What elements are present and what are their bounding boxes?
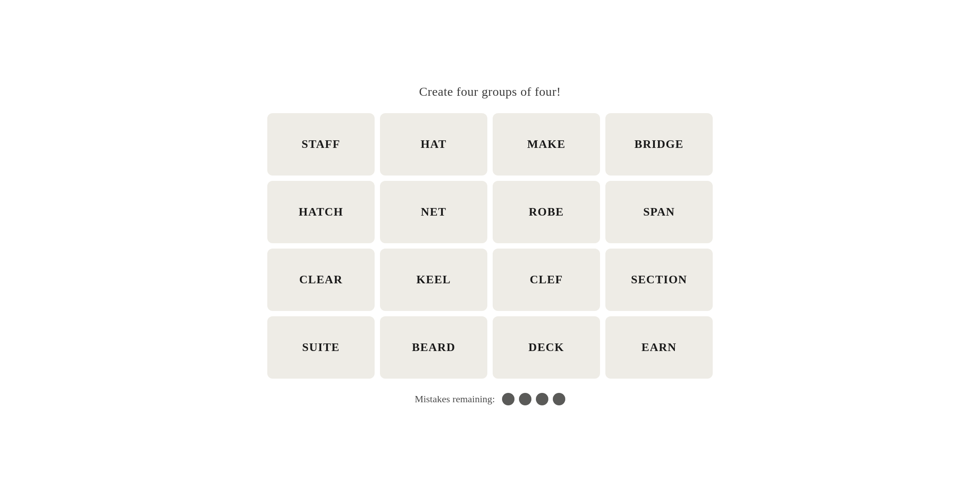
mistake-dot-4 <box>553 393 565 405</box>
tile-hat[interactable]: HAT <box>380 113 487 176</box>
tile-clef[interactable]: CLEF <box>493 249 600 311</box>
tile-label-keel: KEEL <box>416 273 451 286</box>
mistakes-label: Mistakes remaining: <box>415 393 495 405</box>
tile-robe[interactable]: ROBE <box>493 181 600 243</box>
tile-label-make: MAKE <box>527 138 565 151</box>
tile-label-earn: EARN <box>641 341 677 354</box>
tile-label-hat: HAT <box>421 138 446 151</box>
tile-keel[interactable]: KEEL <box>380 249 487 311</box>
tile-suite[interactable]: SUITE <box>267 316 375 379</box>
tile-label-clear: CLEAR <box>299 273 343 286</box>
tile-staff[interactable]: STAFF <box>267 113 375 176</box>
tile-label-suite: SUITE <box>302 341 340 354</box>
tile-label-clef: CLEF <box>530 273 563 286</box>
tile-net[interactable]: NET <box>380 181 487 243</box>
tile-earn[interactable]: EARN <box>605 316 713 379</box>
mistakes-row: Mistakes remaining: <box>415 393 565 405</box>
tile-bridge[interactable]: BRIDGE <box>605 113 713 176</box>
tile-clear[interactable]: CLEAR <box>267 249 375 311</box>
tile-label-deck: DECK <box>528 341 564 354</box>
tile-label-robe: ROBE <box>529 205 564 219</box>
game-container: Create four groups of four! STAFFHATMAKE… <box>267 85 713 405</box>
tile-grid: STAFFHATMAKEBRIDGEHATCHNETROBESPANCLEARK… <box>267 113 713 379</box>
tile-deck[interactable]: DECK <box>493 316 600 379</box>
tile-label-net: NET <box>421 205 446 219</box>
tile-beard[interactable]: BEARD <box>380 316 487 379</box>
mistake-dot-2 <box>519 393 531 405</box>
tile-label-span: SPAN <box>643 205 675 219</box>
tile-label-beard: BEARD <box>412 341 456 354</box>
mistake-dot-1 <box>502 393 514 405</box>
tile-section[interactable]: SECTION <box>605 249 713 311</box>
tile-label-section: SECTION <box>631 273 687 286</box>
tile-label-hatch: HATCH <box>299 205 343 219</box>
game-subtitle: Create four groups of four! <box>419 85 561 99</box>
mistakes-dots <box>502 393 565 405</box>
tile-label-staff: STAFF <box>302 138 340 151</box>
tile-make[interactable]: MAKE <box>493 113 600 176</box>
tile-label-bridge: BRIDGE <box>634 138 683 151</box>
tile-hatch[interactable]: HATCH <box>267 181 375 243</box>
mistake-dot-3 <box>536 393 548 405</box>
tile-span[interactable]: SPAN <box>605 181 713 243</box>
